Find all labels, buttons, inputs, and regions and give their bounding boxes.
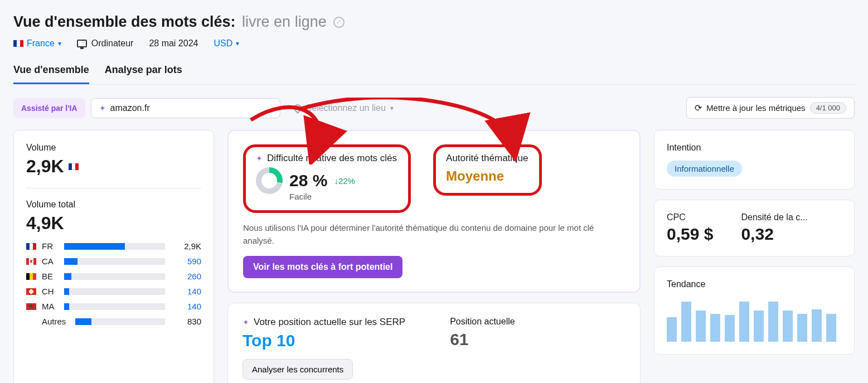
- sparkle-icon: ✦: [256, 154, 263, 163]
- device-indicator: Ordinateur: [77, 38, 134, 49]
- date-label: 28 mai 2024: [149, 38, 198, 49]
- flag-be-icon: [26, 273, 36, 280]
- verified-icon: ✓: [333, 17, 345, 28]
- flag-fr-icon: [13, 40, 23, 47]
- trend-chart: [667, 297, 842, 342]
- volume-row-ch[interactable]: CH140: [26, 287, 201, 296]
- tab-overview[interactable]: Vue d'ensemble: [13, 64, 89, 84]
- position-value: 61: [450, 330, 515, 349]
- analyze-competitors-button[interactable]: Analyser les concurrents: [243, 359, 353, 380]
- volume-row-others[interactable]: Autres830: [26, 317, 201, 326]
- country-label: France: [27, 38, 55, 49]
- serp-label: Votre position actuelle sur les SERP: [254, 317, 405, 328]
- volume-label: Volume: [26, 143, 201, 153]
- difficulty-box: ✦ Difficulté relative des mots clés 28 %…: [243, 144, 411, 213]
- flag-fr-icon: [26, 243, 36, 250]
- refresh-icon: ⟳: [695, 103, 702, 113]
- flag-ca-icon: [26, 258, 36, 265]
- tab-bulk[interactable]: Analyse par lots: [105, 64, 182, 84]
- volume-value: 2,9K: [26, 156, 201, 177]
- cpc-value: 0,59 $: [667, 225, 713, 244]
- density-label: Densité de la c...: [741, 212, 807, 222]
- update-count: 4/1 000: [810, 102, 846, 114]
- cpc-label: CPC: [667, 212, 713, 222]
- difficulty-donut: [256, 167, 283, 194]
- page-title-keyword: livre en ligne: [242, 13, 327, 30]
- update-metrics-button[interactable]: ⟳ Mettre à jour les métriques 4/1 000: [686, 97, 855, 119]
- flag-ma-icon: [26, 303, 36, 310]
- currency-select[interactable]: USD ▾: [214, 38, 239, 49]
- country-select[interactable]: France ▾: [13, 38, 61, 49]
- difficulty-delta: ↓22%: [334, 176, 355, 186]
- trend-card: Tendance: [654, 266, 855, 355]
- difficulty-easy: Facile: [289, 192, 397, 201]
- trend-label: Tendance: [667, 279, 842, 289]
- flag-fr-icon: [69, 163, 79, 170]
- chevron-down-icon: ▾: [236, 40, 239, 47]
- page-title: Vue d'ensemble des mots clés: livre en l…: [13, 13, 327, 31]
- authority-label: Autorité thématique: [446, 153, 528, 164]
- device-label: Ordinateur: [91, 38, 134, 49]
- domain-input[interactable]: ✦ amazon.fr: [91, 98, 280, 118]
- ai-desc: Nous utilisons l'IA pour déterminer l'au…: [243, 222, 600, 247]
- difficulty-label: Difficulté relative des mots clés: [267, 153, 397, 164]
- authority-box: Autorité thématique Moyenne: [433, 144, 542, 196]
- chevron-down-icon: ▾: [58, 40, 61, 47]
- update-label: Mettre à jour les métriques: [706, 103, 806, 113]
- volume-card: Volume 2,9K Volume total 4,9K FR2,9KCA59…: [13, 130, 214, 383]
- intent-label: Intention: [667, 143, 842, 153]
- intent-card: Intention Informationnelle: [654, 130, 855, 190]
- page-title-prefix: Vue d'ensemble des mots clés:: [13, 13, 236, 30]
- flag-ch-icon: [26, 288, 36, 295]
- intent-value[interactable]: Informationnelle: [667, 161, 742, 177]
- pin-icon: [292, 103, 303, 114]
- volume-row-ma[interactable]: MA140: [26, 302, 201, 311]
- authority-value: Moyenne: [446, 168, 528, 184]
- location-select[interactable]: Sélectionnez un lieu ▾: [286, 99, 401, 118]
- serp-top: Top 10: [243, 331, 405, 350]
- volume-total-label: Volume total: [26, 200, 201, 210]
- volume-row-be[interactable]: BE260: [26, 272, 201, 281]
- currency-label: USD: [214, 38, 232, 49]
- domain-value: amazon.fr: [110, 103, 150, 113]
- monitor-icon: [77, 40, 87, 47]
- difficulty-pct: 28 %: [289, 171, 327, 190]
- density-value: 0,32: [741, 225, 807, 244]
- ai-badge: Assisté par l'IA: [13, 98, 85, 118]
- high-potential-button[interactable]: Voir les mots clés à fort potentiel: [243, 256, 403, 278]
- position-label: Position actuelle: [450, 317, 515, 327]
- chevron-down-icon: ▾: [390, 104, 394, 112]
- serp-panel: ✦ Votre position actuelle sur les SERP T…: [227, 303, 641, 383]
- volume-total-value: 4,9K: [26, 213, 201, 234]
- cpc-density-card: CPC 0,59 $ Densité de la c... 0,32: [654, 200, 855, 256]
- volume-row-fr[interactable]: FR2,9K: [26, 241, 201, 251]
- sparkle-icon: ✦: [99, 104, 106, 113]
- ai-panel: ✦ Difficulté relative des mots clés 28 %…: [227, 130, 641, 293]
- location-placeholder: Sélectionnez un lieu: [306, 103, 386, 113]
- volume-row-ca[interactable]: CA590: [26, 256, 201, 266]
- sparkle-icon: ✦: [243, 318, 249, 327]
